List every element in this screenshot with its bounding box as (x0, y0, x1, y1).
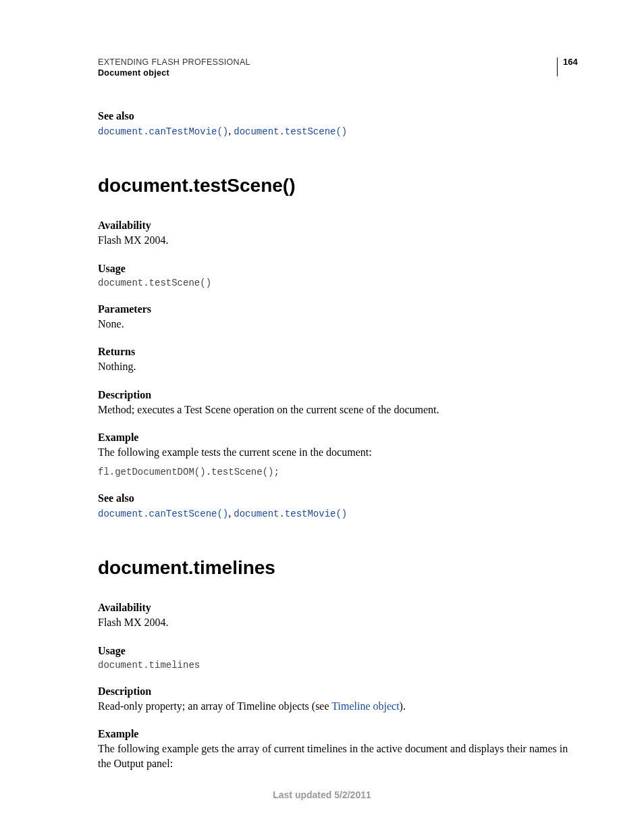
parameters-text: None. (98, 317, 583, 332)
page: EXTENDING FLASH PROFESSIONAL Document ob… (0, 0, 644, 834)
section-title-testScene: document.testScene() (98, 175, 583, 197)
desc-post: ). (400, 700, 406, 712)
page-footer: Last updated 5/2/2011 (0, 789, 644, 800)
parameters-label: Parameters (98, 303, 583, 315)
usage-code-2: document.timelines (98, 660, 583, 671)
usage-label-2: Usage (98, 645, 583, 657)
returns-label: Returns (98, 346, 583, 358)
doc-subtitle: Document object (98, 68, 557, 78)
top-see-also-block: See also document.canTestMovie(), docume… (98, 110, 583, 137)
usage-label: Usage (98, 263, 583, 275)
desc-pre: Read-only property; an array of Timeline… (98, 700, 331, 712)
example-label: Example (98, 432, 583, 444)
doc-title: EXTENDING FLASH PROFESSIONAL (98, 57, 557, 67)
see-also-label: See also (98, 110, 583, 122)
returns-text: Nothing. (98, 359, 583, 374)
page-header: EXTENDING FLASH PROFESSIONAL Document ob… (98, 57, 583, 78)
see-also-label-2: See also (98, 492, 583, 504)
availability-label-2: Availability (98, 602, 583, 614)
header-left: EXTENDING FLASH PROFESSIONAL Document ob… (98, 57, 557, 78)
availability-label: Availability (98, 219, 583, 232)
link-testMovie[interactable]: document.testMovie() (234, 509, 347, 519)
description-label: Description (98, 389, 583, 401)
description-text: Method; executes a Test Scene operation … (98, 402, 583, 417)
availability-text: Flash MX 2004. (98, 233, 583, 248)
example-code: fl.getDocumentDOM().testScene(); (98, 467, 583, 477)
see-also-links-2: document.canTestScene(), document.testMo… (98, 507, 583, 519)
example-text: The following example tests the current … (98, 445, 583, 460)
description-label-2: Description (98, 685, 583, 698)
availability-text-2: Flash MX 2004. (98, 615, 583, 630)
see-also-links: document.canTestMovie(), document.testSc… (98, 125, 583, 137)
section-title-timelines: document.timelines (98, 557, 583, 579)
link-timeline-object[interactable]: Timeline object (331, 700, 399, 712)
link-canTestScene[interactable]: document.canTestScene() (98, 509, 228, 519)
example-text-2: The following example gets the array of … (98, 741, 583, 771)
description-text-2: Read-only property; an array of Timeline… (98, 699, 583, 714)
link-testScene[interactable]: document.testScene() (234, 126, 347, 137)
link-canTestMovie[interactable]: document.canTestMovie() (98, 126, 228, 137)
example-label-2: Example (98, 728, 583, 740)
page-number: 164 (557, 57, 583, 76)
usage-code: document.testScene() (98, 278, 583, 288)
